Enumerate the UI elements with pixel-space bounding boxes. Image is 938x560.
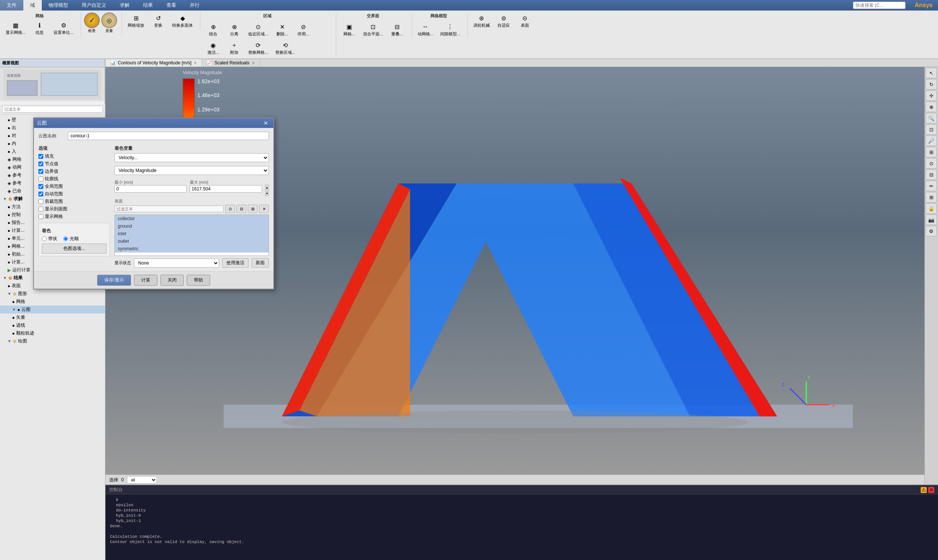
surface-btn-4[interactable]: ✕	[259, 205, 269, 213]
vt-annotate-btn[interactable]: ✏	[926, 181, 937, 191]
tree-item-pathlines[interactable]: ● 迹线	[0, 322, 105, 329]
checkbox-node-input[interactable]	[39, 162, 43, 166]
search-input[interactable]	[853, 2, 906, 9]
menu-results[interactable]: 结果	[136, 0, 160, 11]
menu-domain[interactable]: 域	[23, 0, 42, 11]
ribbon-btn-dynamic-mesh[interactable]: ↔ 动网格...	[415, 21, 436, 38]
vt-rotate-btn[interactable]: ↻	[926, 79, 937, 89]
tree-item-mesh-graph[interactable]: ● 网格	[0, 298, 105, 306]
range-up-button[interactable]: ▲	[265, 185, 269, 190]
range-min-input[interactable]	[114, 185, 187, 193]
vt-zoom-in-btn[interactable]: 🔍	[926, 113, 937, 123]
display-state-select[interactable]: None	[134, 258, 219, 268]
console-error-btn[interactable]: ✕	[928, 487, 934, 493]
ribbon-btn-separate[interactable]: ⊗ 分离	[225, 21, 244, 38]
selection-dropdown[interactable]: all	[127, 476, 157, 484]
checkbox-mesh-input[interactable]	[39, 214, 43, 219]
ribbon-btn-scale-mesh[interactable]: ⊞ 网格缩放	[125, 12, 147, 29]
range-down-button[interactable]: ▼	[265, 191, 269, 196]
ribbon-btn-delete[interactable]: ✕ 删除...	[273, 21, 292, 38]
surface-item-inlet[interactable]: inlet	[115, 230, 268, 237]
ribbon-btn-mixing-plane[interactable]: ⊡ 混合平面...	[360, 21, 386, 38]
vt-camera-btn[interactable]: 📷	[926, 214, 937, 225]
dialog-close-button[interactable]: ✕	[261, 120, 270, 126]
ribbon-btn-combine[interactable]: ⊕ 组合	[203, 21, 223, 38]
surface-item-collector[interactable]: collector	[115, 215, 268, 222]
radio-smooth[interactable]: 光顺	[63, 235, 79, 242]
close-button[interactable]: 关闭	[160, 275, 184, 286]
ribbon-btn-deactivate[interactable]: ⊘ 停用...	[294, 21, 313, 38]
ribbon-btn-set-units[interactable]: ⚙ 设置单位...	[51, 20, 76, 37]
ribbon-btn-adjacent[interactable]: ⊙ 临近区域...	[245, 21, 271, 38]
ribbon-btn-transform[interactable]: ↺ 变换	[148, 12, 168, 29]
ribbon-btn-replace-zone[interactable]: ⟲ 替换区域...	[273, 40, 298, 57]
checkbox-clip-range[interactable]: 剪裁范围	[39, 198, 110, 205]
vt-lock-btn[interactable]: 🔒	[926, 203, 937, 214]
ribbon-btn-turbomachinery[interactable]: ⊛ 涡轮机械	[471, 12, 493, 29]
vt-ruler-btn[interactable]: ⊟	[926, 169, 937, 180]
quality-icon[interactable]: ◎	[101, 12, 117, 28]
checkbox-show-profile[interactable]: 显示剖面图	[39, 206, 110, 212]
color-var-select2[interactable]: Velocity Magnitude	[114, 166, 269, 175]
radio-band[interactable]: 带状	[42, 235, 57, 242]
vt-mouse-btn[interactable]: ↖	[926, 68, 937, 78]
ribbon-btn-convert-poly[interactable]: ◆ 转换多面体	[169, 12, 196, 29]
menu-physics[interactable]: 物理模型	[42, 0, 75, 11]
ribbon-btn-gap-model[interactable]: ⋮ 间隙模型...	[437, 21, 463, 38]
checkbox-profile-input[interactable]	[39, 207, 43, 211]
colormap-options-button[interactable]: 色图选项...	[42, 243, 106, 254]
ribbon-btn-adapt[interactable]: ⊜ 自适应	[494, 12, 514, 29]
ribbon-btn-activate[interactable]: ◉ 激活...	[203, 40, 223, 57]
tree-item-vectors[interactable]: ● 矢量	[0, 314, 105, 322]
tab-contours-close[interactable]: ✕	[194, 61, 197, 66]
compute-button[interactable]: 计算	[134, 275, 157, 286]
menu-file[interactable]: 文件	[0, 0, 23, 11]
vt-zoom-btn[interactable]: ⊕	[926, 102, 937, 112]
tree-filter-input[interactable]	[2, 106, 103, 112]
surface-filter-input[interactable]	[114, 206, 224, 212]
vt-probe-btn[interactable]: ⊙	[926, 158, 937, 169]
ribbon-btn-mesh-interface[interactable]: ▣ 网格...	[339, 21, 359, 38]
vt-pan-btn[interactable]: ✢	[926, 90, 937, 101]
save-display-button[interactable]: 保存/显示	[97, 275, 131, 286]
radio-band-input[interactable]	[42, 236, 47, 241]
new-surface-button[interactable]: 新面	[251, 258, 269, 268]
checkbox-fill-input[interactable]	[39, 154, 43, 159]
tab-contours[interactable]: 📊 Contours of Velocity Magnitude [m/s] ✕	[105, 59, 202, 67]
menu-solve[interactable]: 求解	[113, 0, 136, 11]
vt-zoom-box-btn[interactable]: ⊞	[926, 147, 937, 157]
checkbox-contour-lines[interactable]: 轮廓线	[39, 176, 110, 182]
checkbox-boundary-input[interactable]	[39, 169, 43, 174]
use-active-button[interactable]: 使用激活	[222, 258, 248, 268]
menu-user-defined[interactable]: 用户自定义	[75, 0, 113, 11]
ribbon-btn-overlap[interactable]: ⊟ 重叠...	[388, 21, 407, 38]
checkbox-fill[interactable]: 填充	[39, 153, 110, 160]
surface-item-outlet[interactable]: outlet	[115, 237, 268, 245]
checkbox-global-range[interactable]: 全局范围	[39, 183, 110, 190]
check-icon[interactable]: ✓	[84, 12, 100, 28]
tree-item-contours[interactable]: ▼ ● 云图	[0, 306, 105, 314]
menu-parallel[interactable]: 并行	[183, 0, 206, 11]
ribbon-btn-surface[interactable]: ⊝ 表面	[515, 12, 535, 29]
tree-item-graphics[interactable]: ▼ ⊕ 图形	[0, 290, 105, 298]
menu-view[interactable]: 查看	[160, 0, 183, 11]
tree-item-plot[interactable]: ▼ ⊕ 绘图	[0, 337, 105, 345]
console-warn-btn[interactable]: ⚠	[921, 487, 927, 493]
ribbon-btn-attach[interactable]: ＋ 附加	[225, 40, 244, 57]
surface-btn-3[interactable]: ⊞	[248, 205, 257, 213]
surface-item-ground[interactable]: ground	[115, 222, 268, 230]
checkbox-clip-input[interactable]	[39, 199, 43, 204]
tab-residuals-close[interactable]: ✕	[251, 61, 255, 66]
vt-zoom-out-btn[interactable]: 🔎	[926, 135, 937, 146]
checkbox-boundary-values[interactable]: 边界值	[39, 168, 110, 175]
range-max-input[interactable]	[190, 185, 262, 193]
checkbox-auto-range[interactable]: 自动范围	[39, 191, 110, 197]
vt-mirror-btn[interactable]: ⊞	[926, 192, 937, 203]
vt-settings-btn[interactable]: ⚙	[926, 226, 937, 236]
ribbon-btn-info[interactable]: ℹ 信息	[30, 20, 49, 37]
checkbox-show-mesh[interactable]: 显示网格	[39, 213, 110, 220]
ribbon-btn-replace-mesh[interactable]: ⟳ 替换网格...	[245, 40, 271, 57]
dialog-name-input[interactable]	[68, 132, 269, 140]
vt-fit-btn[interactable]: ⊡	[926, 124, 937, 135]
checkbox-node-values[interactable]: 节点值	[39, 161, 110, 167]
